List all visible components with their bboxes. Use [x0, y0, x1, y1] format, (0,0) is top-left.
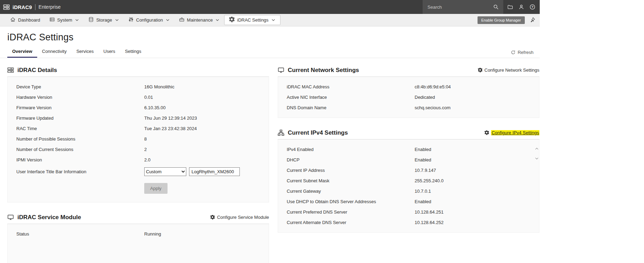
- field-value: 0.01: [144, 95, 153, 100]
- field-value: Enabled: [415, 147, 431, 152]
- nav-item-label: Dashboard: [18, 17, 40, 23]
- scrollbar-up-button[interactable]: [534, 146, 539, 151]
- nav-item-label: Storage: [96, 17, 112, 23]
- section-idrac-details: iDRAC Details Device Type 16G Monolithic…: [7, 64, 269, 202]
- table-row: Current Preferred DNS Server 10.128.64.2…: [278, 207, 539, 217]
- field-label: User Interface Title Bar Information: [16, 169, 144, 174]
- search-input[interactable]: [427, 4, 492, 10]
- monitor-icon: [278, 67, 284, 73]
- tab-settings[interactable]: Settings: [120, 46, 146, 58]
- help-icon[interactable]: [529, 4, 536, 10]
- table-row: Firmware Version 6.10.35.00: [8, 102, 269, 113]
- field-label: IPv4 Enabled: [287, 147, 415, 152]
- section-title: Current Network Settings: [288, 67, 359, 74]
- search-icon[interactable]: [492, 4, 499, 10]
- section-title: iDRAC Details: [17, 67, 57, 74]
- enable-group-manager-button[interactable]: Enable Group Manager: [478, 16, 525, 24]
- table-row: DHCP Enabled: [278, 154, 539, 165]
- field-value: c8:4b:d6:9d:e5:04: [415, 84, 451, 89]
- table-row: DNS Domain Name schq.secious.com: [278, 102, 539, 113]
- title-bar-info-row: User Interface Title Bar Information Cus…: [8, 165, 269, 178]
- field-label: Current Gateway: [287, 189, 415, 194]
- network-settings-header: Current Network Settings Configure Netwo…: [278, 64, 539, 77]
- field-value: 8: [144, 136, 147, 142]
- table-row: Use DHCP to Obtain DNS Server Addresses …: [278, 196, 539, 207]
- edition-label: Enterprise: [39, 4, 61, 10]
- title-bar-text-input[interactable]: [189, 167, 240, 176]
- field-value: 10.7.9.147: [415, 168, 436, 173]
- nav-item-configuration[interactable]: Configuration: [124, 14, 174, 26]
- chevron-down-icon: [271, 18, 276, 22]
- sitemap-icon: [278, 129, 284, 136]
- configure-ipv4-settings-link[interactable]: Configure IPv4 Settings: [484, 130, 539, 135]
- monitor-icon: [7, 214, 14, 221]
- nav-item-idrac-settings[interactable]: iDRAC Settings: [224, 15, 280, 25]
- pin-icon[interactable]: [530, 17, 536, 23]
- storage-icon: [88, 17, 94, 23]
- content-area: iDRAC Details Device Type 16G Monolithic…: [0, 58, 540, 263]
- nav-item-maintenance[interactable]: Maintenance: [174, 14, 224, 26]
- table-row: Hardware Version 0.01: [8, 92, 269, 102]
- table-row: Current Subnet Mask 255.255.240.0: [278, 175, 539, 186]
- nav-item-label: iDRAC Settings: [237, 17, 268, 23]
- idrac-details-header: iDRAC Details: [7, 64, 269, 77]
- toolbox-icon: [179, 17, 185, 23]
- nav-item-dashboard[interactable]: Dashboard: [6, 14, 45, 26]
- scrollbar-down-button[interactable]: [534, 156, 539, 161]
- field-value: 10.128.64.251: [415, 209, 443, 215]
- field-value: Enabled: [415, 199, 431, 204]
- section-current-ipv4-settings: Current IPv4 Settings Configure IPv4 Set…: [278, 126, 539, 233]
- field-value: Running: [144, 231, 161, 237]
- table-row: IPMI Version 2.0: [8, 154, 269, 165]
- table-row: RAC Time Tue Jan 23 23:42:38 2024: [8, 123, 269, 134]
- tab-services[interactable]: Services: [72, 46, 99, 58]
- field-value: schq.secious.com: [415, 105, 450, 110]
- apply-button[interactable]: Apply: [144, 183, 168, 194]
- field-label: Status: [16, 231, 144, 237]
- refresh-button[interactable]: Refresh: [511, 50, 533, 58]
- field-label: Device Type: [16, 84, 144, 89]
- nav-item-label: Configuration: [136, 17, 163, 23]
- idrac-logo-icon: [3, 4, 10, 10]
- tab-connectivity[interactable]: Connectivity: [37, 46, 72, 58]
- field-label: Current Subnet Mask: [287, 178, 415, 183]
- field-label: Firmware Version: [16, 105, 144, 110]
- section-current-network-settings: Current Network Settings Configure Netwo…: [278, 64, 539, 118]
- configure-network-settings-link[interactable]: Configure Network Settings: [478, 67, 539, 73]
- chevron-down-icon: [115, 18, 119, 22]
- nav-item-system[interactable]: System: [45, 14, 84, 26]
- field-value: Thu Jun 29 12:39:14 2023: [144, 115, 197, 121]
- tab-users[interactable]: Users: [99, 46, 120, 58]
- table-row: iDRAC MAC Address c8:4b:d6:9d:e5:04: [278, 81, 539, 92]
- page-title: iDRAC Settings: [7, 32, 540, 43]
- field-value: Tue Jan 23 23:42:38 2024: [144, 126, 197, 131]
- configure-service-module-link[interactable]: Configure Service Module: [210, 215, 269, 220]
- gear-icon: [484, 130, 489, 135]
- field-value: 2: [144, 147, 147, 152]
- nav-item-storage[interactable]: Storage: [84, 14, 124, 26]
- table-row: Firmware Updated Thu Jun 29 12:39:14 202…: [8, 113, 269, 123]
- brand-separator: [35, 4, 35, 10]
- gear-icon: [229, 17, 235, 23]
- apply-row: Apply: [8, 178, 269, 197]
- home-icon: [10, 17, 16, 23]
- table-row: Current Gateway 10.7.0.1: [278, 186, 539, 196]
- right-column: Current Network Settings Configure Netwo…: [278, 64, 539, 241]
- field-value: 16G Monolithic: [144, 84, 174, 89]
- field-label: DHCP: [287, 157, 415, 162]
- table-row: Number of Possible Sessions 8: [8, 134, 269, 144]
- header-icon-cluster: [503, 4, 540, 10]
- field-value: 255.255.240.0: [415, 178, 443, 183]
- refresh-icon: [511, 50, 515, 55]
- field-value: 10.7.0.1: [415, 189, 431, 194]
- title-bar-mode-select[interactable]: Custom: [144, 167, 186, 176]
- folder-icon[interactable]: [507, 4, 513, 10]
- user-icon[interactable]: [518, 4, 524, 10]
- idrac-window: iDRAC9 Enterprise Dashboard System Stora…: [0, 0, 540, 263]
- action-label-highlighted: Configure IPv4 Settings: [491, 130, 539, 135]
- nav-right-cluster: Enable Group Manager: [478, 16, 540, 24]
- search-box[interactable]: [423, 0, 503, 14]
- server-icon: [49, 17, 55, 23]
- tab-overview[interactable]: Overview: [7, 46, 37, 58]
- table-row: Number of Current Sessions 2: [8, 144, 269, 154]
